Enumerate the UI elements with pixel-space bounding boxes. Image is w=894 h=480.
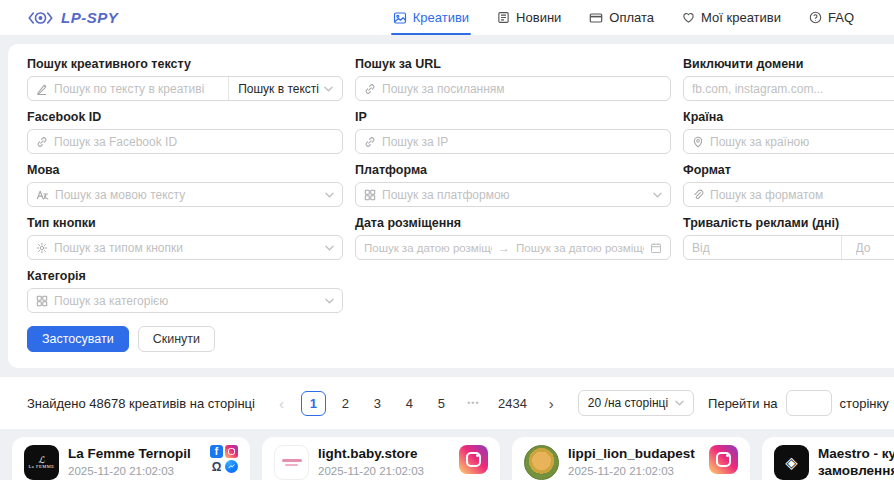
arrow-right-icon: →: [498, 241, 510, 255]
text-search-mode-value: Пошук в тексті: [238, 82, 319, 96]
network-icons: f Ω: [210, 445, 238, 480]
creative-date: 2025-11-20 21:02:03: [318, 465, 450, 477]
instagram-icon: [225, 445, 238, 458]
field-label: Мова: [27, 163, 343, 177]
translate-icon: [36, 188, 49, 201]
creative-card[interactable]: ℒ La FEMME La Femme Ternopil 2025-11-20 …: [12, 437, 250, 480]
field-label: Дата розміщення: [355, 216, 671, 230]
creative-card[interactable]: lippi_lion_budapest 2025-11-20 21:02:03 …: [512, 437, 750, 480]
nav-tab-payment[interactable]: Оплата: [589, 0, 654, 35]
button-type-select[interactable]: [54, 236, 319, 259]
date-from-input[interactable]: [364, 236, 492, 259]
chevron-down-icon: [675, 400, 684, 406]
date-to-input[interactable]: [516, 236, 644, 259]
field-placement-date: Дата розміщення →: [355, 216, 671, 260]
pagination-ellipsis[interactable]: •••: [461, 391, 486, 416]
pagination-page-3[interactable]: 3: [365, 391, 390, 416]
creative-card[interactable]: light.baby.store 2025-11-20 21:02:03 3 d…: [262, 437, 500, 480]
field-url: Пошук за URL: [355, 57, 671, 101]
field-label: Країна: [683, 110, 894, 124]
avatar: ◈: [774, 445, 809, 480]
facebook-icon: f: [210, 445, 223, 458]
apply-button[interactable]: Застосувати: [27, 326, 129, 352]
field-label: Платформа: [355, 163, 671, 177]
goto-page-input[interactable]: [786, 390, 832, 416]
pagination-page-5[interactable]: 5: [429, 391, 454, 416]
app-header: LP-SPY Креативи Новини: [0, 0, 894, 36]
link-icon: [36, 136, 48, 148]
pagination: ‹ 1 2 3 4 5 ••• 2434 ›: [269, 391, 564, 416]
pagination-page-4[interactable]: 4: [397, 391, 422, 416]
link-icon: [364, 136, 376, 148]
messenger-icon: [225, 460, 238, 473]
pagination-page-2[interactable]: 2: [333, 391, 358, 416]
avatar-label: La FEMME: [29, 464, 55, 469]
avatar: [524, 445, 559, 480]
nav-label: Креативи: [413, 10, 469, 25]
avatar: ℒ La FEMME: [24, 445, 59, 480]
news-icon: [497, 11, 510, 24]
duration-to-input[interactable]: [848, 236, 894, 259]
calendar-icon: [650, 242, 662, 254]
platform-select[interactable]: [382, 183, 647, 206]
url-input[interactable]: [382, 77, 662, 100]
instagram-icon: [459, 445, 488, 474]
brand-title: LP-SPY: [61, 9, 118, 26]
field-format: Формат: [683, 163, 894, 207]
pagination-page-1[interactable]: 1: [301, 391, 326, 416]
results-bar: Знайдено 48678 креативів на сторінці ‹ 1…: [0, 377, 894, 429]
location-pin-icon: [692, 136, 704, 148]
language-select[interactable]: [55, 183, 319, 206]
page-size-select[interactable]: 20 /на сторінці: [578, 390, 694, 416]
field-label: Тривалість реклами (дні): [683, 216, 894, 230]
reset-button[interactable]: Скинути: [138, 326, 215, 352]
field-label: Категорія: [27, 269, 343, 283]
creative-name: light.baby.store: [318, 446, 450, 463]
creatives-list: ℒ La FEMME La Femme Ternopil 2025-11-20 …: [0, 429, 894, 480]
format-input[interactable]: [710, 183, 894, 206]
gear-icon: [36, 242, 48, 254]
field-button-type: Тип кнопки: [27, 216, 343, 260]
country-input[interactable]: [710, 130, 894, 153]
creative-name: La Femme Ternopil: [68, 446, 201, 463]
pagination-prev-button[interactable]: ‹: [269, 391, 294, 416]
nav-tab-my-creatives[interactable]: Мої креативи: [682, 0, 781, 35]
brand-logo[interactable]: LP-SPY: [27, 9, 118, 27]
instagram-icon: [709, 445, 738, 474]
nav-label: Новини: [516, 10, 561, 25]
pagination-next-button[interactable]: ›: [539, 391, 564, 416]
chevron-down-icon: [325, 298, 334, 304]
nav-tab-news[interactable]: Новини: [497, 0, 561, 35]
field-label: Тип кнопки: [27, 216, 343, 230]
field-creative-text: Пошук креативного тексту Пошук в тексті: [27, 57, 343, 101]
avatar: [274, 445, 309, 480]
heart-icon: [682, 11, 695, 24]
exclude-domains-input[interactable]: [692, 77, 894, 100]
divider: [841, 236, 842, 259]
ip-input[interactable]: [382, 130, 662, 153]
field-label: Пошук креативного тексту: [27, 57, 343, 71]
creative-card[interactable]: ◈ Maestro - кухні, меблі на замовлення в…: [762, 437, 894, 480]
grid-icon: [364, 189, 376, 201]
credit-card-icon: [589, 11, 603, 25]
field-label: Виключити домени: [683, 57, 894, 71]
picture-icon: [393, 11, 407, 25]
text-search-mode-select[interactable]: Пошук в тексті: [228, 77, 342, 100]
chevron-down-icon: [653, 192, 662, 198]
eye-logo-icon: [27, 9, 54, 27]
nav-tab-faq[interactable]: FAQ: [809, 0, 854, 35]
creative-date: 2025-11-20 21:02:03: [68, 465, 201, 477]
chevron-down-icon: [325, 192, 334, 198]
duration-from-input[interactable]: [684, 236, 835, 259]
date-range-picker[interactable]: →: [355, 235, 671, 260]
pagination-page-last[interactable]: 2434: [493, 391, 532, 416]
facebook-id-input[interactable]: [54, 130, 334, 153]
creative-text-input[interactable]: [54, 82, 214, 96]
link-icon: [364, 83, 376, 95]
hexagon-logo-icon: ◈: [785, 455, 797, 471]
edit-icon: [36, 83, 48, 95]
nav-tab-creatives[interactable]: Креативи: [393, 0, 469, 35]
category-select[interactable]: [54, 289, 319, 312]
creative-name: Maestro - кухні, меблі на замовлення в У…: [818, 446, 894, 480]
field-label: Facebook ID: [27, 110, 343, 124]
